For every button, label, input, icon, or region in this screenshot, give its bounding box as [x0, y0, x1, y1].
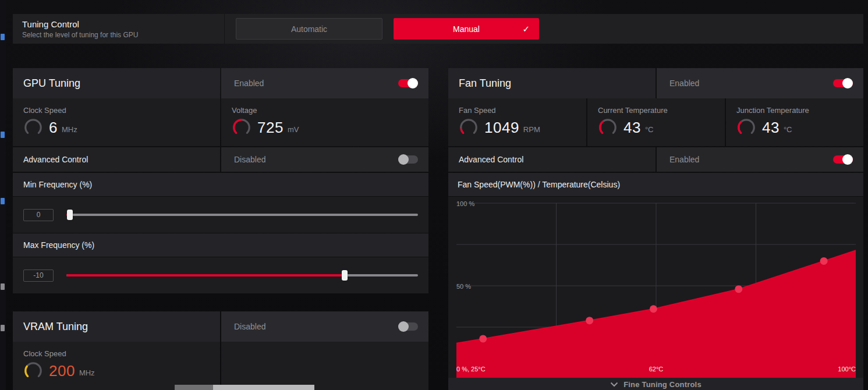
min-frequency-control: 0	[13, 197, 428, 233]
clock-speed-unit: MHz	[62, 125, 77, 134]
fine-tuning-controls-label: Fine Tuning Controls	[623, 380, 702, 389]
tuning-mode-buttons: Automatic Manual ✓	[225, 18, 539, 40]
max-frequency-control: -10	[13, 257, 428, 293]
voltage-value: 725	[257, 119, 284, 137]
vram-tuning-status-cell: Disabled	[221, 311, 428, 342]
vram-tuning-header: VRAM Tuning	[13, 311, 220, 342]
max-frequency-label: Max Frequency (%)	[23, 240, 94, 250]
svg-text:100 %: 100 %	[456, 200, 474, 207]
junction-temperature-gauge-icon	[736, 118, 756, 137]
clock-speed-value: 6	[49, 119, 58, 137]
background-fragment	[1, 132, 5, 138]
max-frequency-label-cell: Max Frequency (%)	[13, 233, 428, 257]
max-frequency-slider-handle[interactable]	[342, 270, 348, 281]
fan-tuning-header-row: Fan Tuning Enabled	[448, 68, 863, 98]
vram-tuning-toggle[interactable]	[398, 322, 418, 331]
junction-temperature-label: Junction Temperature	[736, 106, 853, 115]
min-frequency-slider-row: 0	[13, 197, 428, 233]
vram-tuning-header-row: VRAM Tuning Disabled	[13, 311, 428, 342]
gpu-vram-column: GPU Tuning Enabled Clock Speed 6 MHz	[13, 68, 428, 390]
junction-temperature-stat: Junction Temperature 43 °C	[726, 98, 863, 146]
svg-text:0 %, 25°C: 0 %, 25°C	[456, 366, 486, 373]
min-frequency-label-cell: Min Frequency (%)	[13, 173, 428, 196]
current-temperature-value: 43	[623, 119, 641, 137]
toggle-knob	[842, 154, 853, 165]
min-frequency-label-row: Min Frequency (%)	[13, 173, 428, 196]
fan-tuning-status: Enabled	[669, 79, 699, 88]
min-frequency-slider[interactable]	[66, 210, 418, 220]
toggle-knob	[842, 78, 853, 88]
background-fragment	[1, 325, 5, 331]
toggle-knob	[398, 321, 409, 332]
vram-stats-row: Clock Speed 200 MHz	[13, 342, 428, 390]
background-fragment	[1, 283, 5, 290]
toggle-knob	[408, 78, 418, 88]
junction-temperature-unit: °C	[784, 125, 792, 134]
fan-advanced-status: Enabled	[669, 155, 699, 164]
gpu-clock-speed-stat: Clock Speed 6 MHz	[13, 98, 220, 146]
voltage-gauge-icon	[232, 118, 251, 137]
max-frequency-slider-row: -10	[13, 257, 428, 293]
fan-speed-stat: Fan Speed 1049 RPM	[448, 98, 586, 146]
tuning-control-panel: Tuning Control Select the level of tunin…	[13, 14, 863, 44]
manual-button[interactable]: Manual ✓	[394, 18, 539, 40]
min-frequency-value[interactable]: 0	[23, 209, 54, 221]
gpu-tuning-status: Enabled	[234, 79, 264, 88]
fan-speed-value: 1049	[484, 119, 519, 137]
voltage-label: Voltage	[232, 106, 418, 115]
tuning-control-subtitle: Select the level of tuning for this GPU	[22, 31, 224, 39]
vram-clock-speed-label: Clock Speed	[23, 349, 210, 358]
tuning-control-title: Tuning Control	[22, 19, 224, 29]
gpu-tuning-header-row: GPU Tuning Enabled	[13, 68, 428, 98]
fan-stats-row: Fan Speed 1049 RPM Current Temperature	[448, 98, 863, 146]
fan-speed-unit: RPM	[523, 125, 540, 134]
clock-speed-gauge-icon	[23, 118, 43, 137]
background-taskbar-fragment	[175, 385, 213, 390]
fan-curve-svg[interactable]: 100 %50 %0 %, 25°C62°C100°C	[448, 197, 863, 378]
gpu-advanced-toggle[interactable]	[398, 155, 418, 164]
vram-tuning-status: Disabled	[234, 322, 265, 331]
chevron-down-icon	[610, 382, 618, 387]
fan-tuning-status-cell: Enabled	[657, 68, 863, 98]
gpu-tuning-toggle[interactable]	[398, 79, 418, 87]
fan-advanced-toggle[interactable]	[833, 155, 853, 164]
min-frequency-label: Min Frequency (%)	[23, 180, 92, 189]
svg-text:100°C: 100°C	[838, 366, 856, 373]
automatic-button[interactable]: Automatic	[236, 18, 382, 40]
background-window-edge	[0, 0, 6, 390]
fan-chart-header-row: Fan Speed(PWM(%)) / Temperature(Celsius)	[448, 173, 863, 196]
fan-tuning-toggle[interactable]	[833, 79, 853, 87]
gpu-tuning-header: GPU Tuning	[13, 68, 220, 98]
slider-track[interactable]	[66, 214, 418, 216]
background-fragment	[1, 34, 5, 40]
vram-clock-speed-value: 200	[49, 362, 75, 380]
fan-advanced-row: Advanced Control Enabled	[448, 147, 863, 172]
fan-advanced-status-cell: Enabled	[657, 147, 863, 172]
voltage-unit: mV	[288, 125, 299, 134]
fan-curve-chart[interactable]: 100 %50 %0 %, 25°C62°C100°C	[448, 197, 863, 378]
svg-text:62°C: 62°C	[649, 366, 664, 373]
fan-advanced-label-cell: Advanced Control	[448, 147, 656, 172]
tuning-control-header: Tuning Control Select the level of tunin…	[13, 19, 224, 39]
current-temperature-gauge-icon	[598, 118, 618, 137]
gpu-stats-row: Clock Speed 6 MHz Voltage 725	[13, 98, 428, 146]
min-frequency-slider-handle[interactable]	[67, 210, 73, 220]
manual-button-label: Manual	[453, 24, 480, 34]
clock-speed-label: Clock Speed	[23, 106, 210, 115]
fan-speed-label: Fan Speed	[459, 106, 576, 115]
gpu-advanced-label-cell: Advanced Control	[13, 147, 220, 172]
svg-text:50 %: 50 %	[456, 283, 471, 290]
gpu-advanced-label: Advanced Control	[23, 155, 88, 164]
vram-tuning-title: VRAM Tuning	[23, 321, 88, 333]
gpu-tuning-status-cell: Enabled	[221, 68, 428, 98]
max-frequency-slider[interactable]	[66, 270, 418, 281]
slider-fill	[66, 274, 345, 276]
toggle-knob	[398, 154, 409, 165]
max-frequency-value[interactable]: -10	[23, 270, 54, 282]
background-taskbar-fragment	[213, 385, 314, 390]
background-fragment	[1, 198, 5, 204]
vram-clock-gauge-icon	[23, 361, 43, 381]
fine-tuning-controls-button[interactable]: Fine Tuning Controls	[448, 378, 863, 390]
radeon-tuning-screen: Tuning Control Select the level of tunin…	[0, 0, 868, 390]
vram-clock-speed-stat: Clock Speed 200 MHz	[13, 342, 220, 390]
